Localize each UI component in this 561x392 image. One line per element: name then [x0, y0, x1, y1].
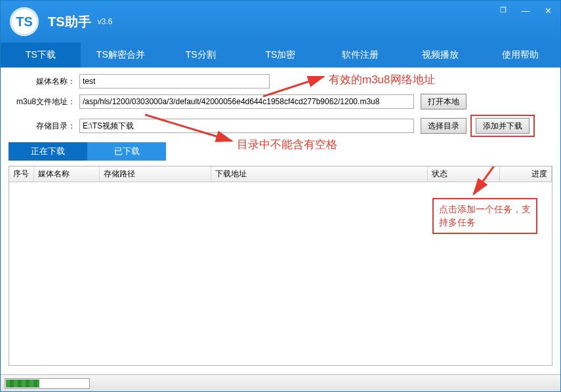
- logo-text: TS: [16, 14, 33, 29]
- tab-decrypt-merge[interactable]: TS解密合并: [81, 43, 161, 68]
- col-download-url[interactable]: 下载地址: [211, 167, 428, 182]
- annotation-click-add: 点击添加一个任务，支持多任务: [432, 198, 537, 234]
- tab-help[interactable]: 使用帮助: [480, 43, 560, 68]
- titlebar: TS TS助手 v3.6 ❐ — ✕: [1, 1, 560, 43]
- table-header: 序号 媒体名称 存储路径 下载地址 状态 进度: [9, 167, 552, 182]
- progress-fill: [6, 380, 39, 387]
- window-controls: ❐ — ✕: [497, 6, 554, 16]
- tab-encrypt[interactable]: TS加密: [241, 43, 321, 68]
- storage-dir-input[interactable]: [79, 119, 414, 133]
- restore-icon[interactable]: ❐: [497, 6, 509, 16]
- app-version: v3.6: [98, 17, 113, 26]
- statusbar: [1, 374, 560, 391]
- media-name-input[interactable]: [79, 74, 270, 88]
- app-title: TS助手: [48, 13, 91, 31]
- m3u8-label: m3u8文件地址：: [9, 96, 79, 108]
- add-download-highlight: 添加并下载: [470, 115, 535, 137]
- tab-register[interactable]: 软件注册: [320, 43, 400, 68]
- download-table: 序号 媒体名称 存储路径 下载地址 状态 进度 点击添加一个任务，支持多任务: [9, 166, 552, 366]
- sub-tabs: 正在下载 已下载: [9, 142, 552, 161]
- minimize-icon[interactable]: —: [520, 6, 531, 16]
- content-panel: 媒体名称： m3u8文件地址： 打开本地 存储目录： 选择目录 添加并下载 正在…: [1, 68, 560, 166]
- statusbar-progress: [5, 378, 90, 389]
- m3u8-input[interactable]: [79, 94, 414, 109]
- col-index[interactable]: 序号: [9, 167, 34, 182]
- col-storage-path[interactable]: 存储路径: [100, 167, 211, 182]
- choose-dir-button[interactable]: 选择目录: [421, 118, 467, 134]
- close-icon[interactable]: ✕: [542, 6, 554, 16]
- media-name-label: 媒体名称：: [9, 76, 79, 87]
- tab-download[interactable]: TS下载: [1, 43, 81, 68]
- app-logo: TS: [10, 7, 39, 36]
- tab-video-play[interactable]: 视频播放: [400, 43, 480, 68]
- tab-split[interactable]: TS分割: [161, 43, 241, 68]
- open-local-button[interactable]: 打开本地: [421, 94, 467, 109]
- add-download-button[interactable]: 添加并下载: [476, 118, 530, 134]
- subtab-downloaded[interactable]: 已下载: [87, 142, 166, 161]
- col-media-name[interactable]: 媒体名称: [34, 167, 100, 182]
- storage-label: 存储目录：: [9, 121, 79, 132]
- main-tabs: TS下载 TS解密合并 TS分割 TS加密 软件注册 视频播放 使用帮助: [1, 43, 560, 68]
- col-status[interactable]: 状态: [428, 167, 500, 182]
- subtab-downloading[interactable]: 正在下载: [9, 142, 87, 161]
- col-progress[interactable]: 进度: [500, 167, 552, 182]
